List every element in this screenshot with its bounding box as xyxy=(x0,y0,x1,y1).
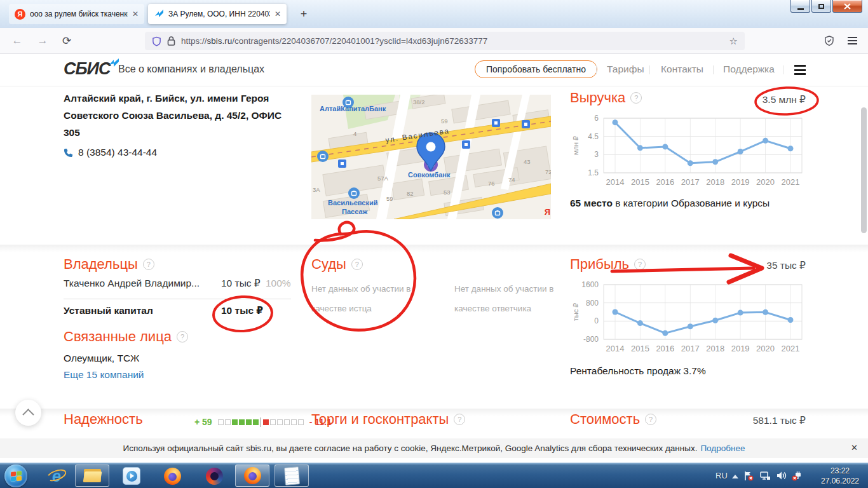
svg-text:2018: 2018 xyxy=(706,177,724,187)
site-menu-icon[interactable] xyxy=(794,65,806,75)
chevron-up-icon xyxy=(22,409,34,420)
reliability-title-text: Надежность xyxy=(64,411,143,428)
address-bar[interactable]: https://sbis.ru/contragents/2204036707/2… xyxy=(145,32,745,50)
browser-icon-dark[interactable] xyxy=(205,466,224,485)
scale-square xyxy=(225,419,231,425)
more-companies-link[interactable]: Еще 15 компаний xyxy=(64,369,144,381)
safely-remove-hardware-icon[interactable] xyxy=(792,471,803,484)
nav-link-support[interactable]: Поддержка xyxy=(723,64,775,75)
scale-square xyxy=(291,419,297,425)
help-icon[interactable]: ? xyxy=(630,92,642,104)
company-location-map[interactable]: АлтайКапиталБанк ул. Васильева Совкомбан… xyxy=(311,95,551,219)
svg-text:0: 0 xyxy=(594,316,599,325)
company-phone[interactable]: 8 (3854) 43-44-44 xyxy=(78,147,157,158)
svg-text:800: 800 xyxy=(586,299,599,308)
sbis-logo[interactable]: СБИС xyxy=(64,59,111,79)
svg-text:2016: 2016 xyxy=(656,344,674,353)
owner-row[interactable]: Ткаченко Андрей Владимир... 10 тыс ₽ 100… xyxy=(64,278,291,299)
language-indicator[interactable]: RU xyxy=(715,471,728,480)
tracking-protection-shield-icon[interactable] xyxy=(152,36,161,46)
owners-section-title: Владельцы ? xyxy=(64,256,154,273)
scroll-to-top-button[interactable] xyxy=(15,400,41,426)
tab-title: ЗА Рулем, ООО, ИНН 22040367 xyxy=(168,10,270,18)
sbis-site-header: СБИС Все о компаниях и владельцах Попроб… xyxy=(0,54,868,86)
file-explorer-taskbar-button[interactable] xyxy=(75,464,109,487)
sbis-favicon-icon xyxy=(154,9,164,19)
page-viewport: СБИС Все о компаниях и владельцах Попроб… xyxy=(0,54,868,463)
help-icon[interactable]: ? xyxy=(143,259,154,270)
tab-sbis-company[interactable]: ЗА Рулем, ООО, ИНН 22040367 ✕ xyxy=(148,4,287,24)
revenue-title-text: Выручка xyxy=(570,90,625,106)
charter-capital-row: Уставный капитал 10 тыс ₽ xyxy=(64,305,291,316)
scale-square xyxy=(253,419,259,425)
tab-yandex-search[interactable]: Я ооо за рулем бийск ткаченко ✕ xyxy=(9,4,144,24)
nav-link-tariffs[interactable]: Тарифы xyxy=(607,64,644,75)
cookie-close-icon[interactable]: ✕ xyxy=(851,443,858,452)
scale-separator xyxy=(261,417,261,427)
taskbar-clock[interactable]: 23:22 27.06.2022 xyxy=(815,466,865,486)
map-label-passage-1: Васильевский xyxy=(328,199,377,207)
courts-plaintiff-status: Нет данных об участии в качестве истца xyxy=(311,279,427,318)
windows-taskbar: e RU 23:22 27.06.2022 xyxy=(0,463,868,488)
network-icon[interactable] xyxy=(760,471,771,484)
tab-close-icon[interactable]: ✕ xyxy=(132,10,139,18)
help-icon[interactable]: ? xyxy=(351,259,363,270)
map-label-passage-2: Пассаж xyxy=(342,208,367,215)
try-free-button[interactable]: Попробовать бесплатно xyxy=(475,60,597,78)
maximize-button[interactable] xyxy=(811,0,831,13)
show-hidden-icons-button[interactable] xyxy=(732,475,738,478)
nav-link-contacts[interactable]: Контакты xyxy=(661,64,703,75)
map-label-sovcombank: Совкомбанк xyxy=(408,171,450,179)
tab-title: ооо за рулем бийск ткаченко xyxy=(30,10,128,18)
back-button[interactable]: ← xyxy=(8,28,27,53)
valuation-value: 581.1 тыс ₽ xyxy=(753,415,806,426)
svg-text:2020: 2020 xyxy=(756,177,775,187)
page-scrollbar-thumb[interactable] xyxy=(861,107,867,233)
cookie-text: Используя официальный сайт sbis.ru, вы д… xyxy=(123,444,698,453)
revenue-section-title: Выручка ? xyxy=(570,90,642,106)
svg-text:2017: 2017 xyxy=(681,344,700,353)
courts-title-text: Суды xyxy=(311,256,346,273)
cookie-consent-bar: Используя официальный сайт sbis.ru, вы д… xyxy=(0,438,868,458)
category-rank: 65 место в категории Образование и курсы xyxy=(570,198,770,209)
new-tab-button[interactable]: + xyxy=(295,5,313,23)
forward-button[interactable]: → xyxy=(33,28,52,53)
svg-text:тыс ₽: тыс ₽ xyxy=(572,303,580,322)
internet-explorer-icon[interactable]: e xyxy=(47,466,66,485)
profit-title-text: Прибыль xyxy=(570,256,629,273)
minimize-button[interactable] xyxy=(790,0,810,13)
header-separator xyxy=(783,65,783,74)
help-icon[interactable]: ? xyxy=(645,414,656,425)
volume-icon[interactable] xyxy=(776,471,787,483)
help-icon[interactable]: ? xyxy=(634,259,646,270)
help-icon[interactable]: ? xyxy=(454,414,465,425)
help-icon[interactable]: ? xyxy=(177,331,188,342)
close-button[interactable] xyxy=(832,0,862,13)
cookie-details-link[interactable]: Подробнее xyxy=(700,444,745,453)
house-number: 4 xyxy=(353,130,356,137)
notepad-taskbar-button[interactable] xyxy=(275,464,309,487)
bookmark-star-icon[interactable]: ☆ xyxy=(729,36,738,47)
scale-square xyxy=(239,419,245,425)
owner-name[interactable]: Ткаченко Андрей Владимир... xyxy=(64,278,200,288)
action-center-flag-icon[interactable] xyxy=(743,471,754,484)
tab-close-icon[interactable]: ✕ xyxy=(275,10,281,18)
section-divider-shadow xyxy=(0,245,868,252)
phone-icon xyxy=(64,148,73,158)
firefox-icon[interactable] xyxy=(163,466,182,485)
url-value: https://sbis.ru/contragents/2204036707/2… xyxy=(181,36,724,46)
house-number: 72 xyxy=(545,168,551,175)
svg-text:2017: 2017 xyxy=(681,177,700,187)
reload-button[interactable]: ⟳ xyxy=(57,28,76,53)
courts-defendant-status: Нет данных об участии в качестве ответчи… xyxy=(454,279,570,318)
owners-title-text: Владельцы xyxy=(64,256,138,273)
menu-button[interactable] xyxy=(843,28,862,53)
protections-shield-icon[interactable] xyxy=(820,28,839,53)
browser-toolbar: ← → ⟳ https://sbis.ru/contragents/220403… xyxy=(0,28,868,54)
house-number: 3А xyxy=(313,186,320,193)
firefox-taskbar-button-active[interactable] xyxy=(235,464,269,487)
svg-text:1.5: 1.5 xyxy=(588,168,599,177)
lock-icon[interactable] xyxy=(167,36,175,46)
start-button[interactable] xyxy=(4,464,27,487)
media-player-icon[interactable] xyxy=(122,466,141,485)
